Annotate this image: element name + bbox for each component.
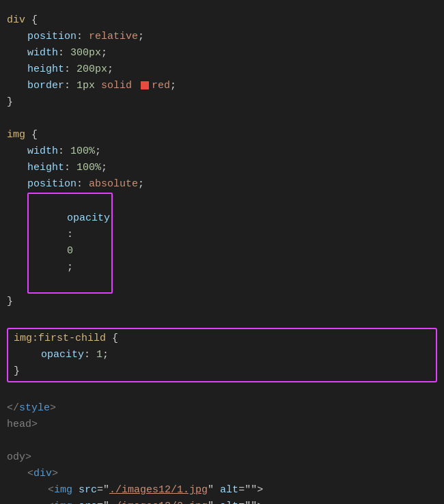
- tag-style-close: style: [19, 400, 50, 417]
- val-red: red: [152, 78, 170, 94]
- prop-img-height: height: [27, 160, 64, 176]
- line-style-close: </ style >: [0, 400, 444, 417]
- line-img-width: width : 100% ;: [0, 143, 444, 160]
- prop-border: border: [27, 78, 64, 94]
- open-brace: {: [31, 12, 38, 29]
- tag-div-html: div: [33, 466, 52, 482]
- line-img1: < img src =" ./images12/1.jpg " alt ="">: [0, 482, 444, 499]
- val-100pct-h: 100%: [77, 160, 101, 176]
- line-close-brace-img: }: [0, 294, 444, 310]
- line-opacity-0: opacity : 0 ;: [0, 193, 444, 294]
- highlight-first-child-block: img:first-child { opacity : 1 ; }: [7, 328, 437, 382]
- src-val1: ./images12/1.jpg: [109, 482, 208, 499]
- line-width: width : 300px ;: [0, 45, 444, 61]
- tag-img1: img: [54, 482, 79, 499]
- line-blank-2: [0, 310, 444, 326]
- line-body-open: ody>: [0, 449, 444, 466]
- line-close-brace-div: }: [0, 94, 444, 111]
- prop-position: position: [27, 29, 77, 45]
- val-300px: 300px: [70, 45, 101, 61]
- line-blank-1: [0, 111, 444, 127]
- line-border: border : 1px solid red ;: [0, 78, 444, 94]
- prop-height: height: [27, 61, 64, 78]
- line-close-brace-first-child: }: [11, 363, 433, 380]
- prop-opacity-1: opacity: [41, 347, 84, 363]
- line-img-height: height : 100% ;: [0, 160, 444, 176]
- val-relative: relative: [89, 29, 138, 45]
- color-swatch-red: [141, 81, 149, 89]
- val-opacity-1: 1: [96, 347, 102, 363]
- val-solid: solid: [101, 78, 138, 94]
- line-opacity-1: opacity : 1 ;: [11, 347, 433, 363]
- line-blank-3: [0, 384, 444, 400]
- val-100pct: 100%: [70, 143, 95, 160]
- highlight-opacity: opacity : 0 ;: [27, 193, 113, 294]
- tag-img2: img: [54, 499, 79, 504]
- selector-first-child: img:first-child: [14, 331, 112, 347]
- prop-opacity: opacity: [67, 212, 110, 224]
- attr-src1: src: [79, 482, 97, 499]
- code-editor: div { position : relative ; width : 300p…: [0, 7, 444, 504]
- line-div-open: div {: [0, 12, 444, 29]
- line-first-child-open: img:first-child {: [11, 331, 433, 347]
- val-absolute: absolute: [89, 176, 138, 193]
- prop-img-position: position: [27, 176, 77, 193]
- attr-src2: src: [79, 499, 97, 504]
- attr-alt1: alt: [220, 482, 238, 499]
- val-200px: 200px: [77, 61, 107, 78]
- val-1px: 1px: [77, 78, 101, 94]
- src-val2: ./images12/2.jpg: [109, 499, 208, 504]
- line-blank-4: [0, 433, 444, 449]
- selector-div: div: [7, 12, 31, 29]
- line-img-position: position : absolute ;: [0, 176, 444, 193]
- line-img2: < img src =" ./images12/2.jpg " alt ="">: [0, 499, 444, 504]
- attr-alt2: alt: [220, 499, 238, 504]
- line-height: height : 200px ;: [0, 61, 444, 78]
- line-head-close: head>: [0, 417, 444, 433]
- line-position: position : relative ;: [0, 29, 444, 45]
- selector-img: img: [7, 127, 31, 143]
- line-img-open: img {: [0, 127, 444, 143]
- line-html-div-open: < div >: [0, 466, 444, 482]
- val-opacity-0: 0: [67, 245, 73, 257]
- prop-img-width: width: [27, 143, 58, 160]
- prop-width: width: [27, 45, 58, 61]
